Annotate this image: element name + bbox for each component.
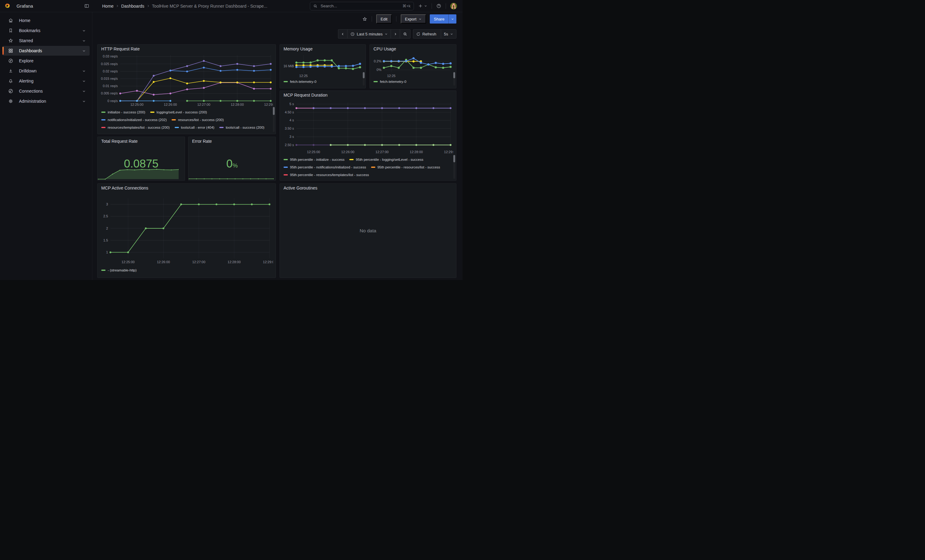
share-menu-button[interactable] <box>449 14 456 24</box>
legend-item[interactable]: notifications/initialized - success (202… <box>101 116 167 123</box>
svg-text:12:27:00: 12:27:00 <box>376 150 389 154</box>
search-input[interactable] <box>320 3 402 9</box>
error-rate-sparkline[interactable] <box>189 176 274 180</box>
svg-text:1.5: 1.5 <box>103 239 108 242</box>
legend-item[interactable]: 95th percentile - logging/setLevel - suc… <box>350 156 423 163</box>
legend-swatch <box>101 127 105 128</box>
panel-title[interactable]: CPU Usage <box>374 47 453 51</box>
legend-item[interactable]: resources/list - success (200) <box>172 116 224 123</box>
panel-title[interactable]: HTTP Request Rate <box>101 47 273 51</box>
mcp-request-duration-chart[interactable]: 2.50 s3 s3.50 s4 s4.50 s5 s12:25:0012:26… <box>282 98 453 156</box>
sidebar: HomeBookmarksStarredDashboardsExploreDri… <box>0 12 92 280</box>
chevron-down-icon[interactable] <box>82 89 86 93</box>
brand-zone: Grafana <box>0 0 92 12</box>
time-shift-back-button[interactable] <box>338 30 347 38</box>
refresh-interval-picker[interactable]: 5s <box>441 30 456 38</box>
cpu-usage-chart[interactable]: 0%0.2%12:25 <box>372 52 453 78</box>
legend-item[interactable]: 95th percentile - initialize - success <box>283 156 344 163</box>
time-range-picker[interactable]: Last 5 minutes <box>347 30 391 38</box>
brand-name[interactable]: Grafana <box>17 3 84 9</box>
chevron-down-icon[interactable] <box>82 99 86 103</box>
legend-swatch <box>371 167 375 168</box>
avatar[interactable] <box>450 3 457 9</box>
legend-item[interactable]: tools/call - error (404) <box>175 123 214 131</box>
sidebar-item-dashboards[interactable]: Dashboards <box>3 46 90 56</box>
legend-swatch <box>175 127 179 128</box>
chevron-down-icon <box>384 32 388 36</box>
panel-title[interactable]: MCP Active Connections <box>101 186 273 191</box>
legend-item[interactable]: tools/call - success (200) <box>219 123 265 131</box>
sidebar-item-connections[interactable]: Connections <box>3 86 90 96</box>
svg-text:0.02 req/s: 0.02 req/s <box>103 69 118 73</box>
edit-button[interactable]: Edit <box>376 14 392 24</box>
legend-scrollbar[interactable] <box>363 72 365 86</box>
scrollbar-thumb[interactable] <box>363 72 365 78</box>
legend-swatch <box>219 127 224 128</box>
time-shift-forward-button[interactable] <box>391 30 400 38</box>
svg-text:0.2%: 0.2% <box>374 59 381 63</box>
refresh-button[interactable]: Refresh <box>413 30 441 38</box>
svg-text:3 s: 3 s <box>289 135 294 138</box>
sidebar-item-label: Starred <box>19 38 82 43</box>
divider <box>372 16 372 22</box>
panel-title[interactable]: Total Request Rate <box>101 139 182 144</box>
legend-item[interactable]: initialize - success (200) <box>101 108 145 116</box>
sidebar-item-home[interactable]: Home <box>3 16 90 26</box>
svg-text:1: 1 <box>106 250 108 254</box>
grafana-logo-icon[interactable] <box>4 3 11 9</box>
panel-title[interactable]: Active Goroutines <box>283 186 453 191</box>
chevron-down-icon[interactable] <box>82 79 86 83</box>
sidebar-item-explore[interactable]: Explore <box>3 56 90 66</box>
stat-number: 0 <box>226 158 233 170</box>
share-button[interactable]: Share <box>430 14 449 24</box>
legend-item[interactable]: unknown - success (200) <box>150 131 196 133</box>
star-icon <box>8 38 14 44</box>
memory-usage-chart[interactable]: 16 MiB12:25 <box>282 52 363 78</box>
legend-scrollbar[interactable] <box>453 155 455 179</box>
help-icon[interactable] <box>436 3 441 9</box>
legend-item[interactable]: 95th percentile - notifications/initiali… <box>283 163 366 171</box>
sidebar-item-bookmarks[interactable]: Bookmarks <box>3 26 90 36</box>
legend-item[interactable]: 95th percentile - resources/templates/li… <box>283 171 369 179</box>
legend-item[interactable]: 95th percentile - resources/list - succe… <box>371 163 440 171</box>
svg-text:12:28:00: 12:28:00 <box>227 260 241 264</box>
zoom-out-button[interactable] <box>400 30 410 38</box>
legend-label: 95th percentile - logging/setLevel - suc… <box>356 158 423 161</box>
chevron-down-icon[interactable] <box>82 49 86 53</box>
star-dashboard-icon[interactable] <box>362 17 368 22</box>
scrollbar-thumb[interactable] <box>453 155 455 162</box>
panel-title[interactable]: MCP Request Duration <box>283 93 453 98</box>
sidebar-item-label: Administration <box>19 99 82 104</box>
legend-item[interactable]: logging/setLevel - success (200) <box>150 108 207 116</box>
legend-swatch <box>172 119 176 120</box>
divider <box>396 16 396 22</box>
legend-scrollbar[interactable] <box>453 72 455 86</box>
chevron-down-icon[interactable] <box>82 39 86 43</box>
legend-item[interactable]: fetch-telemetry-0 <box>283 78 316 85</box>
http-request-rate-chart[interactable]: 0 req/s0.005 req/s0.01 req/s0.015 req/s0… <box>100 52 273 108</box>
dock-sidebar-icon[interactable] <box>84 3 89 9</box>
legend-item[interactable]: fetch-telemetry-0 <box>374 78 406 85</box>
chevron-down-icon[interactable] <box>82 29 86 33</box>
scrollbar-thumb[interactable] <box>273 107 275 115</box>
legend-item[interactable]: resources/templates/list - success (200) <box>101 123 170 131</box>
no-data-message: No data <box>280 228 456 234</box>
mcp-active-connections-chart[interactable]: 11.522.5312:25:0012:26:0012:27:0012:28:0… <box>100 191 273 266</box>
search-box[interactable]: ⌘+k <box>310 2 414 11</box>
scrollbar-thumb[interactable] <box>453 72 455 78</box>
sidebar-item-drilldown[interactable]: Drilldown <box>3 66 90 76</box>
legend-scrollbar[interactable] <box>273 107 275 132</box>
panel-title[interactable]: Error Rate <box>192 139 273 144</box>
sidebar-item-starred[interactable]: Starred <box>3 36 90 45</box>
legend-item[interactable]: tools/list - success (200) <box>101 131 145 133</box>
sidebar-item-administration[interactable]: Administration <box>3 96 90 106</box>
breadcrumb-dashboards[interactable]: Dashboards <box>121 4 145 9</box>
add-button[interactable] <box>418 4 427 8</box>
breadcrumb-home[interactable]: Home <box>102 4 113 9</box>
legend-item[interactable]: - (streamable-http) <box>101 266 137 273</box>
chevron-down-icon[interactable] <box>82 69 86 73</box>
panel-title[interactable]: Memory Usage <box>283 47 363 51</box>
legend-label: fetch-telemetry-0 <box>380 80 406 83</box>
export-button[interactable]: Export <box>401 14 426 24</box>
sidebar-item-alerting[interactable]: Alerting <box>3 76 90 86</box>
